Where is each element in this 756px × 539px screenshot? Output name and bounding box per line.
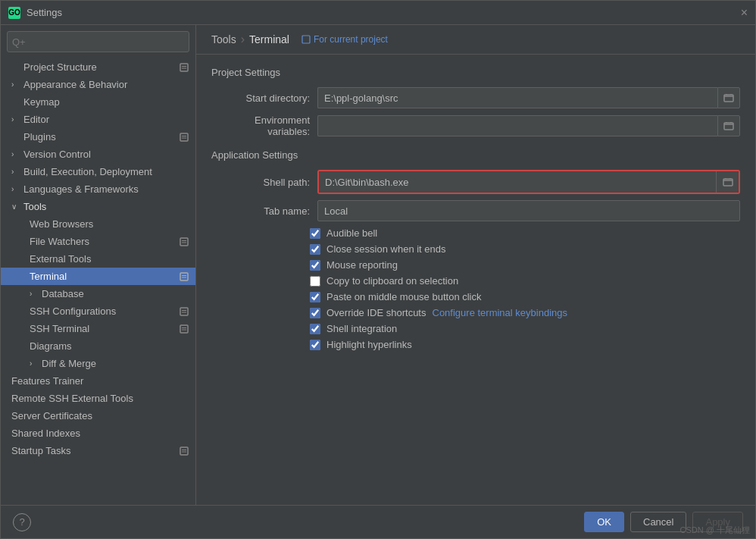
help-button[interactable]: ? — [13, 513, 31, 531]
tab-name-label: Tab name: — [211, 205, 317, 217]
sidebar-item-diagrams[interactable]: Diagrams — [1, 337, 195, 355]
ok-button[interactable]: OK — [584, 512, 624, 532]
sidebar-item-ssh-terminal[interactable]: SSH Terminal — [1, 320, 195, 337]
sidebar-item-label: Server Certificates — [11, 410, 92, 421]
close-button[interactable]: × — [741, 7, 748, 19]
app-icon: GO — [8, 7, 20, 19]
sidebar-item-project-structure[interactable]: Project Structure — [1, 58, 195, 76]
watermark: CSDN @ 十尾仙狸 — [680, 525, 750, 536]
svg-rect-5 — [182, 137, 186, 138]
checkbox-copy-clipboard: Copy to clipboard on selection — [211, 275, 740, 287]
svg-rect-8 — [182, 242, 186, 243]
svg-rect-11 — [182, 277, 186, 277]
svg-rect-18 — [180, 447, 188, 455]
env-variables-input[interactable] — [317, 115, 717, 136]
paste-middle-label[interactable]: Paste on middle mouse button click — [326, 291, 482, 302]
close-session-checkbox[interactable] — [310, 244, 320, 255]
svg-rect-21 — [302, 36, 310, 43]
arrow-icon: › — [11, 185, 20, 193]
project-link[interactable]: For current project — [301, 34, 388, 45]
sidebar-item-features-trainer[interactable]: Features Trainer — [1, 372, 195, 390]
shell-path-browse-btn[interactable] — [716, 171, 739, 193]
checkbox-override-ide: Override IDE shortcuts Configure termina… — [211, 307, 740, 318]
override-ide-label[interactable]: Override IDE shortcuts — [326, 307, 426, 318]
tab-name-input[interactable] — [317, 200, 740, 221]
svg-rect-4 — [182, 136, 186, 136]
svg-rect-7 — [182, 240, 186, 241]
sidebar-item-languages[interactable]: › Languages & Frameworks — [1, 180, 195, 198]
app-settings-section: Application Settings Shell path: — [211, 149, 740, 350]
start-directory-input[interactable] — [317, 87, 717, 108]
configure-keybindings-link[interactable]: Configure terminal keybindings — [433, 307, 567, 318]
search-input[interactable] — [12, 36, 184, 48]
arrow-icon: › — [11, 150, 20, 158]
start-directory-input-group — [317, 87, 740, 108]
svg-rect-1 — [182, 66, 186, 67]
shell-path-input[interactable] — [319, 171, 716, 193]
sidebar-item-label: Features Trainer — [11, 375, 83, 387]
paste-middle-checkbox[interactable] — [310, 292, 320, 302]
sidebar-item-external-tools[interactable]: External Tools — [1, 250, 195, 268]
sidebar-item-startup-tasks[interactable]: Startup Tasks — [1, 442, 195, 459]
sidebar-item-shared-indexes[interactable]: Shared Indexes — [1, 425, 195, 442]
mouse-reporting-checkbox[interactable] — [310, 260, 320, 271]
sidebar-item-label: Appearance & Behavior — [23, 79, 127, 90]
svg-rect-6 — [180, 238, 188, 246]
svg-rect-2 — [182, 67, 186, 68]
content-area: Project Structure › Appearance & Behavio… — [1, 25, 755, 505]
project-settings-title: Project Settings — [211, 67, 740, 78]
env-variables-row: Environment variables: — [211, 114, 740, 137]
svg-rect-20 — [182, 451, 186, 452]
highlight-hyperlinks-checkbox[interactable] — [310, 340, 320, 350]
svg-rect-0 — [180, 64, 188, 71]
sidebar-item-label: SSH Terminal — [30, 323, 89, 334]
sidebar-item-label: Terminal — [30, 271, 67, 282]
override-ide-checkbox[interactable] — [310, 308, 320, 318]
arrow-icon: › — [30, 359, 39, 368]
sidebar-item-build[interactable]: › Build, Execution, Deployment — [1, 163, 195, 180]
copy-clipboard-label[interactable]: Copy to clipboard on selection — [326, 275, 458, 287]
sidebar-item-label: Plugins — [23, 131, 56, 143]
sidebar-item-label: Shared Indexes — [11, 428, 80, 439]
sidebar-item-keymap[interactable]: Keymap — [1, 93, 195, 111]
env-variables-label: Environment variables: — [211, 114, 317, 137]
breadcrumb: Tools › Terminal For current project — [196, 25, 755, 55]
highlight-hyperlinks-label[interactable]: Highlight hyperlinks — [326, 339, 412, 350]
sidebar-item-tools[interactable]: ∨ Tools — [1, 198, 195, 215]
settings-panel: Project Settings Start directory: Enviro… — [196, 55, 755, 505]
sidebar-item-label: Build, Execution, Deployment — [23, 166, 152, 177]
shell-integration-label[interactable]: Shell integration — [326, 323, 397, 334]
sidebar-item-version-control[interactable]: › Version Control — [1, 146, 195, 163]
sidebar-item-appearance[interactable]: › Appearance & Behavior — [1, 76, 195, 93]
mouse-reporting-label[interactable]: Mouse reporting — [326, 259, 398, 271]
sidebar-item-terminal[interactable]: Terminal — [1, 268, 195, 285]
badge-icon — [179, 271, 189, 282]
sidebar-item-label: External Tools — [30, 253, 91, 265]
env-variables-browse-btn[interactable] — [717, 115, 740, 136]
badge-icon — [179, 62, 189, 73]
audible-bell-checkbox[interactable] — [310, 228, 320, 239]
sidebar-item-diff-merge[interactable]: › Diff & Merge — [1, 355, 195, 372]
sidebar-item-label: File Watchers — [30, 236, 89, 247]
breadcrumb-parent: Tools — [211, 33, 236, 45]
start-directory-browse-btn[interactable] — [717, 87, 740, 108]
sidebar-item-server-certs[interactable]: Server Certificates — [1, 407, 195, 425]
sidebar-item-remote-ssh[interactable]: Remote SSH External Tools — [1, 390, 195, 407]
sidebar-item-file-watchers[interactable]: File Watchers — [1, 233, 195, 250]
shell-integration-checkbox[interactable] — [310, 324, 320, 334]
sidebar-item-web-browsers[interactable]: Web Browsers — [1, 215, 195, 233]
copy-clipboard-checkbox[interactable] — [310, 276, 320, 287]
search-box[interactable] — [7, 31, 189, 52]
sidebar-item-database[interactable]: › Database — [1, 285, 195, 302]
sidebar-item-ssh-configurations[interactable]: SSH Configurations — [1, 302, 195, 320]
start-directory-row: Start directory: — [211, 87, 740, 108]
audible-bell-label[interactable]: Audible bell — [326, 227, 377, 239]
shell-path-label: Shell path: — [211, 177, 317, 188]
close-session-label[interactable]: Close session when it ends — [326, 243, 446, 255]
footer-left: ? — [13, 513, 31, 531]
sidebar-item-plugins[interactable]: Plugins — [1, 128, 195, 146]
cancel-button[interactable]: Cancel — [630, 512, 686, 532]
sidebar-item-editor[interactable]: › Editor — [1, 111, 195, 128]
svg-rect-16 — [182, 327, 186, 328]
sidebar-item-label: Project Structure — [23, 61, 97, 73]
